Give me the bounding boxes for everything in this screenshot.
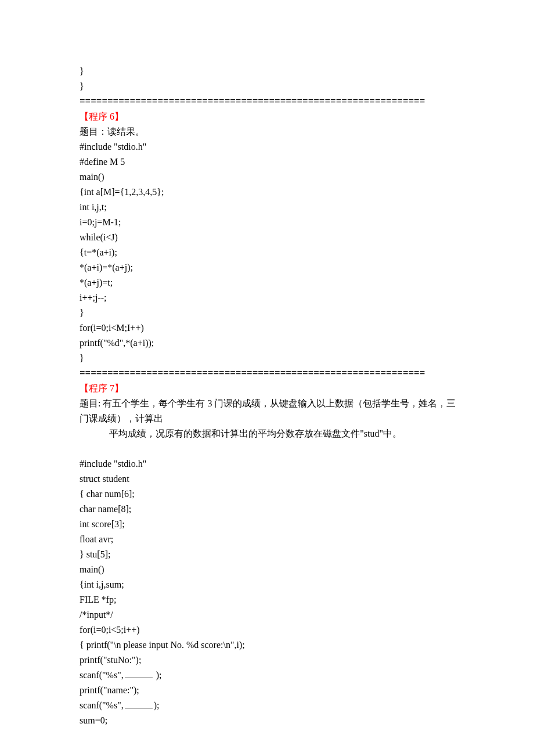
code-line: for(i=0;i<M;I++)	[80, 321, 459, 336]
code-line: main()	[80, 170, 459, 185]
code-line: } stu[5];	[80, 547, 459, 562]
code-line: struct student	[80, 471, 459, 487]
code-line: }	[80, 305, 459, 321]
code-line: i++;j--;	[80, 290, 459, 305]
blank-line	[80, 441, 459, 456]
code-line: sum=0;	[80, 713, 459, 728]
code-line: /*input*/	[80, 607, 459, 622]
code-line: {t=*(a+i);	[80, 245, 459, 260]
scanf-prefix: scanf("%s",	[80, 670, 124, 680]
code-line: i=0;j=M-1;	[80, 215, 459, 230]
code-line: char name[8];	[80, 502, 459, 517]
fill-blank[interactable]	[125, 669, 153, 678]
code-line: {int i,j,sum;	[80, 577, 459, 592]
code-line: int score[3];	[80, 517, 459, 532]
code-line: printf("stuNo:");	[80, 653, 459, 668]
separator-line: ========================================…	[80, 94, 459, 109]
code-line: *(a+i)=*(a+j);	[80, 260, 459, 275]
program-7-title-line-2: 平均成绩，况原有的数据和计算出的平均分数存放在磁盘文件"stud"中。	[80, 426, 459, 441]
code-line: #define M 5	[80, 154, 459, 170]
scanf-prefix: scanf("%s",	[80, 700, 124, 710]
code-line: for(i=0;i<5;i++)	[80, 622, 459, 638]
code-line: {int a[M]={1,2,3,4,5};	[80, 185, 459, 200]
code-line: }	[80, 79, 459, 94]
code-line-scanf-2: scanf("%s",);	[80, 698, 459, 713]
code-line: }	[80, 64, 459, 79]
code-line: float avr;	[80, 532, 459, 547]
code-line: *(a+j)=t;	[80, 275, 459, 290]
code-line: printf("%d",*(a+i));	[80, 336, 459, 351]
code-line-scanf-1: scanf("%s", );	[80, 668, 459, 683]
document-page: } } ====================================…	[0, 0, 534, 756]
program-7-heading: 【程序 7】	[80, 381, 459, 396]
code-line: { printf("\n please input No. %d score:\…	[80, 638, 459, 653]
separator-line: ========================================…	[80, 366, 459, 381]
scanf-suffix: );	[154, 670, 162, 680]
scanf-suffix: );	[154, 700, 160, 710]
code-line: #include "stdio.h"	[80, 456, 459, 471]
program-6-title: 题目：读结果。	[80, 124, 459, 139]
code-line: int i,j,t;	[80, 200, 459, 215]
code-line: #include "stdio.h"	[80, 139, 459, 154]
fill-blank[interactable]	[125, 700, 153, 708]
code-line: printf("name:");	[80, 683, 459, 698]
code-line: { char num[6];	[80, 487, 459, 502]
code-line: main()	[80, 562, 459, 577]
program-7-title-line-1: 题目: 有五个学生，每个学生有 3 门课的成绩，从键盘输入以上数据（包括学生号，…	[80, 396, 459, 426]
code-line: }	[80, 351, 459, 366]
code-line: FILE *fp;	[80, 592, 459, 607]
program-6-heading: 【程序 6】	[80, 109, 459, 124]
code-line: while(i<J)	[80, 230, 459, 245]
